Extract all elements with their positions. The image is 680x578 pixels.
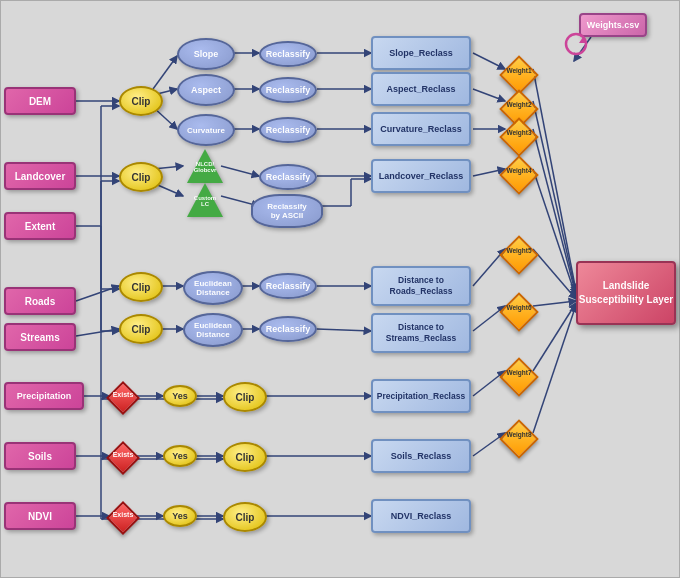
svg-line-70	[533, 305, 576, 433]
exists1-diamond[interactable]: Exists	[109, 384, 137, 412]
ndvi-input[interactable]: NDVI	[4, 502, 76, 530]
landcover-reclass-label: Landcover_Reclass	[379, 171, 464, 181]
weight7-diamond[interactable]: Weight7	[501, 359, 537, 395]
aspect-reclass-output[interactable]: Aspect_Reclass	[371, 72, 471, 106]
clip6-label: Clip	[236, 452, 255, 463]
precipitation-input[interactable]: Precipitation	[4, 382, 84, 410]
soils-input[interactable]: Soils	[4, 442, 76, 470]
svg-line-69	[533, 303, 576, 371]
landcover-input[interactable]: Landcover	[4, 162, 76, 190]
precipitation-label: Precipitation	[17, 391, 72, 401]
reclassify4-ellipse[interactable]: Reclassify	[259, 164, 317, 190]
aspect-reclass-label: Aspect_Reclass	[386, 84, 455, 94]
svg-line-68	[533, 301, 576, 306]
roads-reclass-output[interactable]: Distance toRoads_Reclass	[371, 266, 471, 306]
landcover-reclass-output[interactable]: Landcover_Reclass	[371, 159, 471, 193]
reclassify1-label: Reclassify	[266, 49, 311, 59]
ndvi-label: NDVI	[28, 511, 52, 522]
weights-circle-arrow	[561, 29, 591, 59]
weight3-diamond[interactable]: Weight3	[501, 119, 537, 155]
reclassify5-label: Reclassify	[266, 281, 311, 291]
reclassify-ascii-ellipse[interactable]: Reclassifyby ASCII	[251, 194, 323, 228]
clip5-label: Clip	[236, 392, 255, 403]
reclassify5-ellipse[interactable]: Reclassify	[259, 273, 317, 299]
clip1-ellipse[interactable]: Clip	[119, 86, 163, 116]
euclidean1-label: EuclideanDistance	[194, 279, 232, 297]
reclassify-ascii-label: Reclassifyby ASCII	[267, 202, 307, 220]
reclassify3-ellipse[interactable]: Reclassify	[259, 117, 317, 143]
streams-input[interactable]: Streams	[4, 323, 76, 351]
weight6-diamond[interactable]: Weight6	[501, 294, 537, 330]
nlcd-label: NLCD/Globcvr	[185, 161, 225, 173]
svg-line-65	[533, 129, 576, 295]
precipitation-reclass-label: Precipitation_Reclass	[377, 391, 465, 401]
svg-line-1	[153, 56, 177, 89]
reclassify1-ellipse[interactable]: Reclassify	[259, 41, 317, 67]
aspect-label: Aspect	[191, 85, 221, 95]
svg-line-67	[533, 249, 576, 299]
streams-label: Streams	[20, 332, 59, 343]
exists3-label: Exists	[109, 511, 137, 518]
clip3-ellipse[interactable]: Clip	[119, 272, 163, 302]
diagram-container: DEM Landcover Extent Roads Streams Preci…	[0, 0, 680, 578]
svg-line-24	[76, 286, 119, 301]
dem-input[interactable]: DEM	[4, 87, 76, 115]
euclidean1-ellipse[interactable]: EuclideanDistance	[183, 271, 243, 305]
clip7-ellipse[interactable]: Clip	[223, 502, 267, 532]
reclassify2-label: Reclassify	[266, 85, 311, 95]
soils-reclass-label: Soils_Reclass	[391, 451, 452, 461]
weight5-diamond[interactable]: Weight5	[501, 237, 537, 273]
final-output-label: Landslide Susceptibility Layer	[579, 279, 673, 307]
yes3-ellipse[interactable]: Yes	[163, 505, 197, 527]
yes3-label: Yes	[172, 511, 188, 521]
weight4-diamond[interactable]: Weight4	[501, 157, 537, 193]
clip2-ellipse[interactable]: Clip	[119, 162, 163, 192]
reclassify6-label: Reclassify	[266, 324, 311, 334]
aspect-ellipse[interactable]: Aspect	[177, 74, 235, 106]
exists3-diamond[interactable]: Exists	[109, 504, 137, 532]
svg-line-35	[317, 329, 371, 331]
roads-input[interactable]: Roads	[4, 287, 76, 315]
curvature-reclass-label: Curvature_Reclass	[380, 124, 462, 134]
custom-lc-triangle[interactable]: CustomLC	[185, 183, 225, 219]
reclassify6-ellipse[interactable]: Reclassify	[259, 316, 317, 342]
roads-reclass-label: Distance toRoads_Reclass	[390, 275, 453, 297]
slope-reclass-label: Slope_Reclass	[389, 48, 453, 58]
clip7-label: Clip	[236, 512, 255, 523]
curvature-reclass-output[interactable]: Curvature_Reclass	[371, 112, 471, 146]
weight1-diamond[interactable]: Weight1	[501, 57, 537, 93]
ndvi-reclass-label: NDVI_Reclass	[391, 511, 452, 521]
extent-input[interactable]: Extent	[4, 212, 76, 240]
weight8-diamond[interactable]: Weight8	[501, 421, 537, 457]
reclassify3-label: Reclassify	[266, 125, 311, 135]
final-output-node[interactable]: Landslide Susceptibility Layer	[576, 261, 676, 325]
curvature-ellipse[interactable]: Curvature	[177, 114, 235, 146]
custom-lc-label: CustomLC	[185, 195, 225, 207]
yes1-ellipse[interactable]: Yes	[163, 385, 197, 407]
landcover-label: Landcover	[15, 171, 66, 182]
reclassify2-ellipse[interactable]: Reclassify	[259, 77, 317, 103]
streams-reclass-output[interactable]: Distance toStreams_Reclass	[371, 313, 471, 353]
nlcd-triangle[interactable]: NLCD/Globcvr	[185, 149, 225, 185]
clip4-ellipse[interactable]: Clip	[119, 314, 163, 344]
soils-reclass-output[interactable]: Soils_Reclass	[371, 439, 471, 473]
precipitation-reclass-output[interactable]: Precipitation_Reclass	[371, 379, 471, 413]
clip4-label: Clip	[132, 324, 151, 335]
streams-reclass-label: Distance toStreams_Reclass	[386, 322, 456, 344]
slope-ellipse[interactable]: Slope	[177, 38, 235, 70]
reclassify4-label: Reclassify	[266, 172, 311, 182]
svg-line-30	[76, 329, 119, 336]
slope-reclass-output[interactable]: Slope_Reclass	[371, 36, 471, 70]
roads-label: Roads	[25, 296, 56, 307]
curvature-label: Curvature	[187, 126, 225, 135]
clip6-ellipse[interactable]: Clip	[223, 442, 267, 472]
euclidean2-ellipse[interactable]: EuclideanDistance	[183, 313, 243, 347]
ndvi-reclass-output[interactable]: NDVI_Reclass	[371, 499, 471, 533]
clip5-ellipse[interactable]: Clip	[223, 382, 267, 412]
exists2-diamond[interactable]: Exists	[109, 444, 137, 472]
dem-label: DEM	[29, 96, 51, 107]
yes2-ellipse[interactable]: Yes	[163, 445, 197, 467]
soils-label: Soils	[28, 451, 52, 462]
euclidean2-label: EuclideanDistance	[194, 321, 232, 339]
weights-csv-label: Weights.csv	[587, 20, 639, 30]
